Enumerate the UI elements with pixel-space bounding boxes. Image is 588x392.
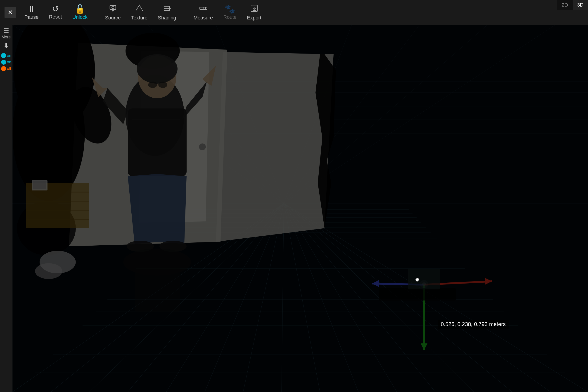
- svg-point-108: [199, 144, 206, 150]
- measure-icon: [199, 4, 208, 14]
- texture-label: Texture: [131, 15, 147, 21]
- sidebar-download-button[interactable]: ⬇: [1, 40, 11, 50]
- route-label: Route: [223, 14, 236, 20]
- svg-point-85: [137, 54, 178, 84]
- indicator-dot-3: [1, 66, 6, 71]
- svg-point-94: [148, 82, 157, 88]
- scene-svg: [13, 25, 588, 392]
- pause-button[interactable]: ⏸ Pause: [20, 3, 43, 22]
- pause-label: Pause: [25, 14, 39, 20]
- coordinate-text: 0.526, 0.238, 0.793 meters: [441, 321, 506, 327]
- indicator-label-1: on: [7, 53, 11, 58]
- unlock-button[interactable]: 🔓 Unlock: [68, 3, 92, 22]
- measure-button[interactable]: Measure: [189, 2, 217, 22]
- export-button[interactable]: Export: [243, 2, 265, 22]
- export-label: Export: [247, 15, 261, 21]
- btn-3d[interactable]: 3D: [573, 0, 588, 10]
- view-toggle: 2D 3D: [557, 0, 588, 10]
- more-label: More: [1, 35, 11, 40]
- shading-label: Shading: [158, 15, 176, 21]
- svg-rect-86: [128, 108, 187, 176]
- source-label: Source: [105, 15, 121, 21]
- svg-marker-3: [136, 5, 143, 11]
- indicator-dot-1: [1, 53, 6, 58]
- indicator-dot-2: [1, 60, 6, 64]
- separator-2: [185, 6, 185, 19]
- cursor-indicator: [415, 278, 419, 282]
- reset-button[interactable]: ↺ Reset: [45, 3, 66, 22]
- shading-button[interactable]: Shading: [154, 2, 180, 22]
- svg-marker-76: [216, 52, 334, 242]
- svg-rect-115: [379, 288, 456, 300]
- left-sidebar: ☰ More ⬇ on on off: [0, 25, 13, 392]
- indicator-2: on: [1, 59, 11, 65]
- svg-rect-98: [135, 255, 180, 312]
- close-button[interactable]: ✕: [5, 7, 16, 18]
- svg-point-78: [13, 66, 85, 201]
- sidebar-menu-button[interactable]: ☰ More: [1, 28, 11, 38]
- svg-marker-1: [112, 10, 114, 12]
- export-icon: [250, 4, 258, 14]
- texture-icon: [135, 4, 144, 14]
- measure-label: Measure: [194, 15, 213, 21]
- toolbar: ✕ ⏸ Pause ↺ Reset 🔓 Unlock: [0, 0, 588, 25]
- unlock-label: Unlock: [72, 14, 88, 20]
- separator-1: [96, 6, 96, 19]
- unlock-icon: 🔓: [75, 5, 85, 13]
- svg-marker-91: [128, 174, 187, 244]
- coordinate-tooltip: 0.526, 0.238, 0.793 meters: [438, 320, 509, 329]
- toolbar-group: ⏸ Pause ↺ Reset 🔓 Unlock Source: [20, 2, 265, 22]
- indicator-label-2: on: [7, 60, 11, 64]
- sidebar-indicators: on on off: [1, 53, 11, 72]
- route-icon: 🐾: [225, 5, 235, 13]
- download-icon: ⬇: [4, 42, 9, 50]
- texture-button[interactable]: Texture: [127, 2, 152, 22]
- svg-point-2: [112, 6, 114, 8]
- indicator-1: on: [1, 53, 11, 58]
- svg-rect-118: [408, 269, 440, 289]
- indicator-label-3: off: [7, 66, 11, 71]
- svg-point-105: [35, 263, 62, 279]
- reset-icon: ↺: [52, 5, 59, 13]
- svg-point-95: [158, 82, 167, 88]
- svg-rect-107: [33, 181, 46, 189]
- indicator-3: off: [1, 66, 11, 72]
- reset-label: Reset: [49, 14, 62, 20]
- shading-icon: [163, 4, 171, 14]
- source-icon: [109, 4, 117, 14]
- pause-icon: ⏸: [27, 5, 36, 13]
- hamburger-icon: ☰: [4, 27, 9, 34]
- btn-2d[interactable]: 2D: [557, 0, 573, 10]
- svg-rect-0: [110, 6, 116, 10]
- route-button[interactable]: 🐾 Route: [219, 3, 241, 22]
- source-button[interactable]: Source: [101, 2, 125, 22]
- viewport[interactable]: 0.526, 0.238, 0.793 meters: [13, 25, 588, 392]
